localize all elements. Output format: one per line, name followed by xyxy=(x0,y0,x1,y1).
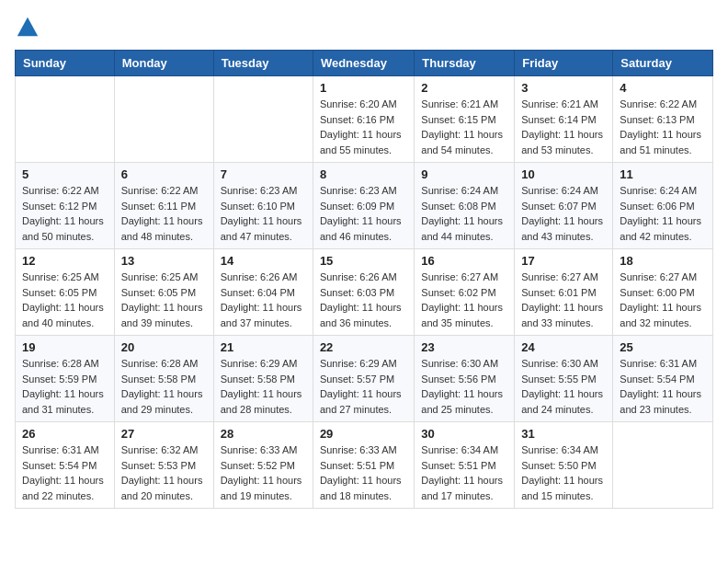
calendar-cell: 19Sunrise: 6:28 AMSunset: 5:59 PMDayligh… xyxy=(16,336,115,422)
calendar-cell: 29Sunrise: 6:33 AMSunset: 5:51 PMDayligh… xyxy=(313,422,414,509)
calendar-header-row: SundayMondayTuesdayWednesdayThursdayFrid… xyxy=(16,51,713,76)
day-info: Sunrise: 6:21 AMSunset: 6:14 PMDaylight:… xyxy=(521,98,603,155)
calendar-cell: 13Sunrise: 6:25 AMSunset: 6:05 PMDayligh… xyxy=(114,249,213,336)
day-info: Sunrise: 6:22 AMSunset: 6:11 PMDaylight:… xyxy=(121,185,203,242)
day-info: Sunrise: 6:34 AMSunset: 5:50 PMDaylight:… xyxy=(521,444,603,501)
calendar-cell: 5Sunrise: 6:22 AMSunset: 6:12 PMDaylight… xyxy=(16,163,115,249)
weekday-header-saturday: Saturday xyxy=(613,51,713,76)
day-number: 31 xyxy=(521,427,606,441)
calendar-week-row: 1Sunrise: 6:20 AMSunset: 6:16 PMDaylight… xyxy=(16,76,713,163)
day-info: Sunrise: 6:22 AMSunset: 6:13 PMDaylight:… xyxy=(620,98,701,155)
day-info: Sunrise: 6:31 AMSunset: 5:54 PMDaylight:… xyxy=(22,444,104,501)
day-number: 19 xyxy=(22,340,108,354)
day-number: 21 xyxy=(221,340,306,354)
day-number: 23 xyxy=(421,340,507,354)
day-number: 17 xyxy=(521,254,606,268)
weekday-header-thursday: Thursday xyxy=(415,51,515,76)
weekday-header-wednesday: Wednesday xyxy=(313,51,414,76)
calendar-cell: 31Sunrise: 6:34 AMSunset: 5:50 PMDayligh… xyxy=(515,422,613,509)
day-info: Sunrise: 6:27 AMSunset: 6:02 PMDaylight:… xyxy=(421,271,503,328)
day-info: Sunrise: 6:33 AMSunset: 5:51 PMDaylight:… xyxy=(320,444,402,501)
calendar-cell xyxy=(16,76,115,163)
day-info: Sunrise: 6:20 AMSunset: 6:16 PMDaylight:… xyxy=(320,98,402,155)
day-number: 12 xyxy=(22,254,108,268)
calendar-cell: 17Sunrise: 6:27 AMSunset: 6:01 PMDayligh… xyxy=(515,249,613,336)
calendar-cell: 24Sunrise: 6:30 AMSunset: 5:55 PMDayligh… xyxy=(515,336,613,422)
calendar-cell: 22Sunrise: 6:29 AMSunset: 5:57 PMDayligh… xyxy=(313,336,414,422)
calendar-cell: 23Sunrise: 6:30 AMSunset: 5:56 PMDayligh… xyxy=(415,336,515,422)
day-info: Sunrise: 6:21 AMSunset: 6:15 PMDaylight:… xyxy=(421,98,503,155)
calendar-cell: 15Sunrise: 6:26 AMSunset: 6:03 PMDayligh… xyxy=(313,249,414,336)
day-info: Sunrise: 6:25 AMSunset: 6:05 PMDaylight:… xyxy=(121,271,203,328)
calendar-week-row: 5Sunrise: 6:22 AMSunset: 6:12 PMDaylight… xyxy=(16,163,713,249)
day-number: 4 xyxy=(620,81,706,95)
day-number: 9 xyxy=(421,167,507,181)
day-info: Sunrise: 6:30 AMSunset: 5:56 PMDaylight:… xyxy=(421,358,503,415)
weekday-header-monday: Monday xyxy=(114,51,213,76)
day-number: 22 xyxy=(320,340,407,354)
calendar-cell: 18Sunrise: 6:27 AMSunset: 6:00 PMDayligh… xyxy=(613,249,713,336)
calendar-cell: 8Sunrise: 6:23 AMSunset: 6:09 PMDaylight… xyxy=(313,163,414,249)
day-number: 5 xyxy=(22,167,108,181)
day-number: 30 xyxy=(421,427,507,441)
day-info: Sunrise: 6:33 AMSunset: 5:52 PMDaylight:… xyxy=(221,444,302,501)
calendar-table: SundayMondayTuesdayWednesdayThursdayFrid… xyxy=(15,50,713,509)
calendar-cell: 25Sunrise: 6:31 AMSunset: 5:54 PMDayligh… xyxy=(613,336,713,422)
day-number: 6 xyxy=(121,167,207,181)
day-number: 28 xyxy=(221,427,306,441)
calendar-cell: 20Sunrise: 6:28 AMSunset: 5:58 PMDayligh… xyxy=(114,336,213,422)
day-info: Sunrise: 6:27 AMSunset: 6:01 PMDaylight:… xyxy=(521,271,603,328)
day-number: 15 xyxy=(320,254,407,268)
calendar-cell: 30Sunrise: 6:34 AMSunset: 5:51 PMDayligh… xyxy=(415,422,515,509)
calendar-cell: 10Sunrise: 6:24 AMSunset: 6:07 PMDayligh… xyxy=(515,163,613,249)
day-info: Sunrise: 6:29 AMSunset: 5:58 PMDaylight:… xyxy=(221,358,302,415)
day-number: 11 xyxy=(620,167,706,181)
calendar-cell: 3Sunrise: 6:21 AMSunset: 6:14 PMDaylight… xyxy=(515,76,613,163)
day-number: 26 xyxy=(22,427,108,441)
calendar-cell: 1Sunrise: 6:20 AMSunset: 6:16 PMDaylight… xyxy=(313,76,414,163)
calendar-cell: 11Sunrise: 6:24 AMSunset: 6:06 PMDayligh… xyxy=(613,163,713,249)
day-number: 2 xyxy=(421,81,507,95)
weekday-header-sunday: Sunday xyxy=(16,51,115,76)
calendar-cell: 14Sunrise: 6:26 AMSunset: 6:04 PMDayligh… xyxy=(213,249,313,336)
day-info: Sunrise: 6:28 AMSunset: 5:59 PMDaylight:… xyxy=(22,358,104,415)
calendar-cell: 6Sunrise: 6:22 AMSunset: 6:11 PMDaylight… xyxy=(114,163,213,249)
day-number: 3 xyxy=(521,81,606,95)
calendar-cell: 28Sunrise: 6:33 AMSunset: 5:52 PMDayligh… xyxy=(213,422,313,509)
calendar-cell: 9Sunrise: 6:24 AMSunset: 6:08 PMDaylight… xyxy=(415,163,515,249)
weekday-header-friday: Friday xyxy=(515,51,613,76)
calendar-cell: 27Sunrise: 6:32 AMSunset: 5:53 PMDayligh… xyxy=(114,422,213,509)
calendar-cell: 4Sunrise: 6:22 AMSunset: 6:13 PMDaylight… xyxy=(613,76,713,163)
day-info: Sunrise: 6:32 AMSunset: 5:53 PMDaylight:… xyxy=(121,444,203,501)
day-info: Sunrise: 6:23 AMSunset: 6:09 PMDaylight:… xyxy=(320,185,402,242)
logo-icon xyxy=(15,15,40,40)
day-info: Sunrise: 6:23 AMSunset: 6:10 PMDaylight:… xyxy=(221,185,302,242)
calendar-cell: 2Sunrise: 6:21 AMSunset: 6:15 PMDaylight… xyxy=(415,76,515,163)
calendar-cell xyxy=(213,76,313,163)
day-info: Sunrise: 6:24 AMSunset: 6:08 PMDaylight:… xyxy=(421,185,503,242)
calendar-cell xyxy=(613,422,713,509)
calendar-week-row: 19Sunrise: 6:28 AMSunset: 5:59 PMDayligh… xyxy=(16,336,713,422)
calendar-week-row: 12Sunrise: 6:25 AMSunset: 6:05 PMDayligh… xyxy=(16,249,713,336)
calendar-week-row: 26Sunrise: 6:31 AMSunset: 5:54 PMDayligh… xyxy=(16,422,713,509)
calendar-cell xyxy=(114,76,213,163)
day-info: Sunrise: 6:30 AMSunset: 5:55 PMDaylight:… xyxy=(521,358,603,415)
day-number: 29 xyxy=(320,427,407,441)
day-number: 25 xyxy=(620,340,706,354)
day-number: 8 xyxy=(320,167,407,181)
day-number: 7 xyxy=(221,167,306,181)
calendar-cell: 12Sunrise: 6:25 AMSunset: 6:05 PMDayligh… xyxy=(16,249,115,336)
day-number: 1 xyxy=(320,81,407,95)
day-info: Sunrise: 6:25 AMSunset: 6:05 PMDaylight:… xyxy=(22,271,104,328)
day-number: 18 xyxy=(620,254,706,268)
logo xyxy=(15,15,44,40)
page-header xyxy=(15,15,713,40)
day-number: 20 xyxy=(121,340,207,354)
day-number: 27 xyxy=(121,427,207,441)
calendar-cell: 21Sunrise: 6:29 AMSunset: 5:58 PMDayligh… xyxy=(213,336,313,422)
calendar-cell: 7Sunrise: 6:23 AMSunset: 6:10 PMDaylight… xyxy=(213,163,313,249)
day-number: 13 xyxy=(121,254,207,268)
day-info: Sunrise: 6:29 AMSunset: 5:57 PMDaylight:… xyxy=(320,358,402,415)
day-info: Sunrise: 6:26 AMSunset: 6:04 PMDaylight:… xyxy=(221,271,302,328)
calendar-cell: 26Sunrise: 6:31 AMSunset: 5:54 PMDayligh… xyxy=(16,422,115,509)
